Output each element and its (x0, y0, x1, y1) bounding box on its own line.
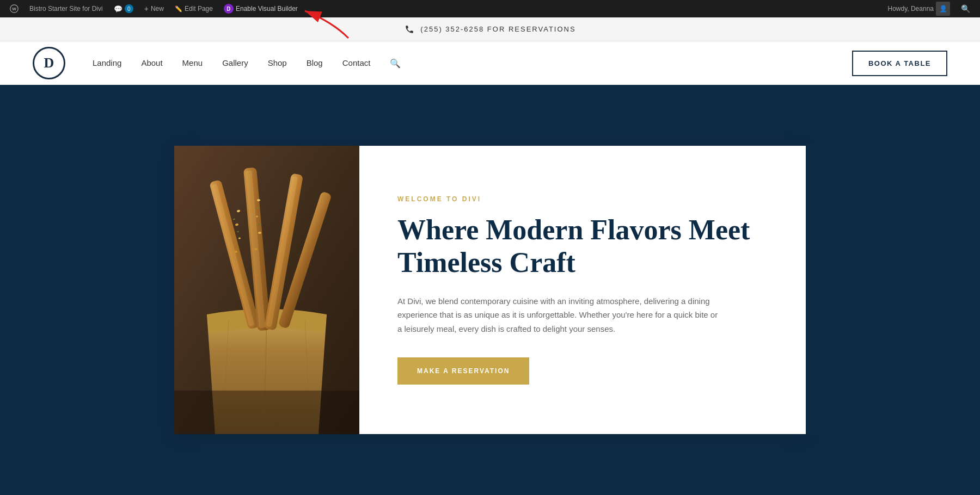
divi-circle-icon: D (224, 4, 234, 14)
hero-image (174, 146, 359, 434)
hero-card: WELCOME TO DIVI Where Modern Flavors Mee… (174, 146, 806, 434)
svg-text:W: W (12, 7, 16, 11)
edit-page-label: Edit Page (185, 5, 213, 13)
nav-item-landing[interactable]: Landing (93, 58, 121, 68)
howdy-item[interactable]: Howdy, Deanna 👤 (883, 2, 956, 16)
hero-description: At Divi, we blend contemporary cuisine w… (397, 294, 724, 336)
nav-link-shop[interactable]: Shop (268, 58, 287, 67)
admin-bar: W Bistro Starter Site for Divi 💬 0 + New… (0, 0, 980, 17)
user-avatar: 👤 (936, 2, 950, 16)
comments-item[interactable]: 💬 0 (108, 0, 139, 17)
admin-bar-right: Howdy, Deanna 👤 🔍 (883, 2, 976, 16)
nav-search-icon[interactable]: 🔍 (390, 59, 401, 68)
site-name-item[interactable]: Bistro Starter Site for Divi (24, 0, 108, 17)
new-item[interactable]: + New (139, 0, 169, 17)
phone-bar: (255) 352-6258 FOR RESERVATIONS (0, 17, 980, 41)
nav-item-gallery[interactable]: Gallery (222, 58, 248, 68)
comment-count: 0 (125, 4, 133, 13)
howdy-label: Howdy, Deanna (888, 5, 934, 13)
new-label: New (151, 5, 164, 13)
nav-links: Landing About Menu Gallery Shop Blog Con… (93, 58, 401, 69)
book-table-button[interactable]: BOOK A TABLE (852, 51, 947, 76)
enable-builder-item[interactable]: D Enable Visual Builder (218, 0, 303, 17)
phone-number: (255) 352-6258 FOR RESERVATIONS (420, 25, 575, 33)
nav-item-about[interactable]: About (141, 58, 162, 68)
nav-link-gallery[interactable]: Gallery (222, 58, 248, 67)
wp-logo-item[interactable]: W (4, 0, 24, 17)
make-reservation-button[interactable]: MAKE A RESERVATION (397, 357, 529, 385)
nav-link-landing[interactable]: Landing (93, 58, 121, 67)
site-logo[interactable]: D (33, 47, 65, 79)
comment-icon: 💬 (114, 5, 122, 13)
phone-icon (404, 24, 415, 35)
navbar: D Landing About Menu Gallery Shop Blog C… (0, 41, 980, 85)
hero-text-content: WELCOME TO DIVI Where Modern Flavors Mee… (359, 146, 806, 434)
pencil-icon: ✏️ (175, 5, 182, 13)
welcome-label: WELCOME TO DIVI (397, 195, 768, 203)
nav-item-blog[interactable]: Blog (307, 58, 323, 68)
nav-search-item[interactable]: 🔍 (390, 58, 401, 69)
nav-link-contact[interactable]: Contact (342, 58, 371, 67)
wp-logo-icon: W (10, 4, 19, 13)
main-content: WELCOME TO DIVI Where Modern Flavors Mee… (0, 85, 980, 495)
enable-builder-label: Enable Visual Builder (236, 5, 298, 13)
nav-link-about[interactable]: About (141, 58, 162, 67)
nav-link-menu[interactable]: Menu (182, 58, 203, 67)
nav-item-contact[interactable]: Contact (342, 58, 371, 68)
site-name-label: Bistro Starter Site for Divi (29, 5, 103, 13)
right-blue-panel (806, 146, 915, 434)
search-icon: 🔍 (961, 4, 970, 13)
nav-item-shop[interactable]: Shop (268, 58, 287, 68)
food-illustration (174, 146, 359, 434)
plus-icon: + (144, 4, 149, 13)
edit-page-item[interactable]: ✏️ Edit Page (169, 0, 218, 17)
nav-item-menu[interactable]: Menu (182, 58, 203, 68)
hero-heading: Where Modern Flavors Meet Timeless Craft (397, 214, 768, 279)
nav-link-blog[interactable]: Blog (307, 58, 323, 67)
admin-search-item[interactable]: 🔍 (955, 4, 976, 13)
svg-rect-27 (174, 391, 359, 434)
